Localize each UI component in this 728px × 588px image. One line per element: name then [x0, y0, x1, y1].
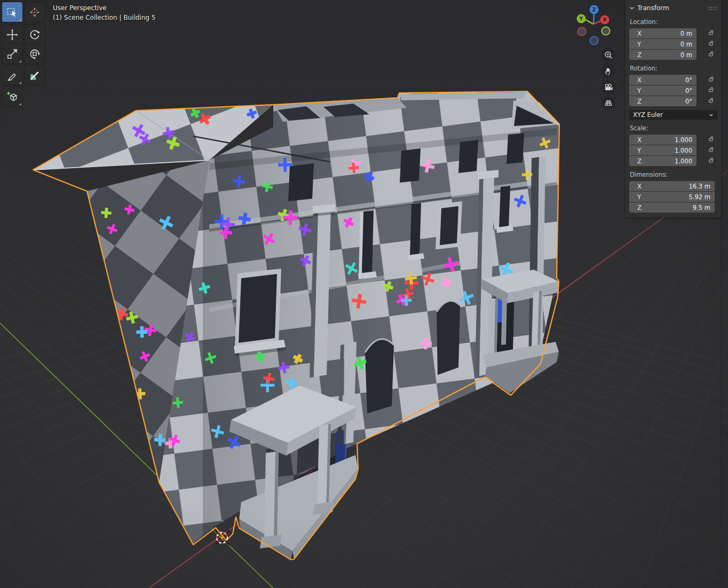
- perspective-grid-icon: [604, 98, 613, 108]
- camera-view-button[interactable]: [601, 80, 615, 95]
- tool-move-button[interactable]: [2, 25, 22, 44]
- viewport-canvas[interactable]: [0, 0, 728, 588]
- tool-transform-button[interactable]: [25, 44, 45, 64]
- add-cube-icon: [6, 90, 19, 103]
- chevron-down-icon: [709, 113, 714, 117]
- pan-button[interactable]: [601, 64, 615, 78]
- navigation-gizmo[interactable]: Z Y X: [571, 2, 618, 49]
- panel-grip-icon[interactable]: [708, 6, 717, 11]
- scale-label: Scale:: [626, 124, 721, 132]
- move-icon: [6, 28, 19, 41]
- scale-icon: [6, 48, 19, 60]
- measure-icon: [28, 69, 41, 82]
- rotate-icon: [28, 28, 41, 41]
- dimensions-label: Dimensions:: [626, 171, 721, 178]
- gizmo-y-label: Y: [579, 15, 583, 21]
- unlock-icon[interactable]: [708, 76, 715, 82]
- unlock-icon[interactable]: [708, 51, 715, 57]
- blender-window: { "viewport": { "header": { "perspective…: [0, 0, 728, 588]
- scale-x-field[interactable]: X 1.000: [629, 135, 697, 145]
- gizmo-x-label: X: [603, 17, 607, 22]
- location-y-field[interactable]: Y 0 m: [629, 39, 697, 49]
- rotation-mode-dropdown[interactable]: XYZ Euler: [629, 110, 717, 120]
- tool-rotate-button[interactable]: [25, 25, 45, 44]
- tool-annotate-button[interactable]: [2, 65, 22, 85]
- unlock-icon[interactable]: [708, 136, 715, 142]
- zoom-button[interactable]: [601, 48, 615, 62]
- area-edge[interactable]: [721, 0, 722, 588]
- gizmo-neg-x-axis[interactable]: [577, 27, 585, 35]
- toggle-perspective-button[interactable]: [601, 96, 615, 110]
- cursor-tool-icon: [28, 6, 41, 19]
- transform-icon: [28, 48, 41, 60]
- scale-y-field[interactable]: Y 1.000: [629, 145, 697, 155]
- panel-title: Transform: [637, 4, 708, 12]
- gizmo-neg-y-axis[interactable]: [602, 27, 610, 35]
- hand-icon: [604, 66, 613, 76]
- collapse-chevron-icon[interactable]: [629, 5, 635, 11]
- magnifier-plus-icon: [604, 50, 613, 60]
- unlock-icon[interactable]: [708, 29, 715, 36]
- camera-icon: [604, 83, 613, 92]
- tool-measure-button[interactable]: [25, 65, 45, 85]
- location-fields: X 0 m Y 0 m Z 0 m: [626, 28, 721, 60]
- location-x-field[interactable]: X 0 m: [629, 28, 697, 38]
- unlock-icon[interactable]: [708, 97, 715, 104]
- unlock-icon[interactable]: [708, 146, 715, 153]
- scale-fields: X 1.000 Y 1.000 Z 1.000: [626, 135, 721, 166]
- unlock-icon[interactable]: [708, 40, 715, 46]
- rotation-z-field[interactable]: Z 0°: [629, 96, 697, 106]
- scale-z-field[interactable]: Z 1.000: [629, 156, 697, 166]
- tool-scale-button[interactable]: [2, 44, 22, 64]
- unlock-icon[interactable]: [708, 157, 715, 163]
- unlock-icon[interactable]: [708, 87, 715, 93]
- vignette: [0, 0, 728, 588]
- panel-header: Transform: [626, 3, 721, 13]
- location-z-field[interactable]: Z 0 m: [629, 50, 697, 60]
- rotation-fields: X 0° Y 0° Z 0°: [626, 75, 721, 106]
- rotation-y-field[interactable]: Y 0°: [629, 85, 697, 96]
- select-box-icon: [6, 6, 19, 19]
- location-label: Location:: [626, 18, 721, 26]
- transform-panel: Transform Location: X 0 m Y 0 m Z 0 m Ro…: [626, 0, 721, 217]
- dimensions-z-field[interactable]: Z 9.5 m: [629, 202, 715, 213]
- dimensions-y-field[interactable]: Y 5.92 m: [629, 192, 715, 202]
- rotation-x-field[interactable]: X 0°: [629, 75, 697, 85]
- annotate-icon: [6, 69, 19, 82]
- rotation-label: Rotation:: [626, 65, 721, 72]
- gizmo-z-label: Z: [592, 6, 596, 12]
- tool-select-box-button[interactable]: [2, 2, 22, 22]
- gizmo-neg-z-axis[interactable]: [590, 36, 598, 44]
- tool-cursor-button[interactable]: [25, 2, 45, 22]
- tool-add-cube-button[interactable]: [2, 87, 22, 106]
- dimensions-x-field[interactable]: X 16.3 m: [629, 181, 715, 191]
- rotation-mode-value: XYZ Euler: [633, 111, 709, 119]
- dimensions-fields: X 16.3 m Y 5.92 m Z 9.5 m: [626, 181, 721, 213]
